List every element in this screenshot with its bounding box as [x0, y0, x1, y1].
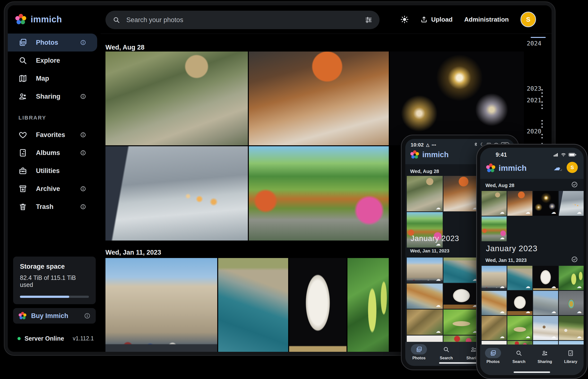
sidebar-item-sharing[interactable]: Sharing [8, 87, 97, 105]
thumb-berries[interactable]: ☁ [559, 266, 584, 290]
cloud-icon: ☁ [525, 309, 530, 314]
info-icon[interactable] [80, 150, 86, 156]
sidebar-item-utilities[interactable]: Utilities [8, 162, 97, 180]
app-logo[interactable]: immich [15, 5, 62, 33]
sidebar-label: Trash [36, 203, 53, 211]
timeline-year[interactable]: 2023 [527, 85, 541, 92]
thumb-monkeys[interactable]: ☁ [482, 191, 507, 216]
thumb-lizard-leaves[interactable]: ☁ [482, 316, 507, 340]
cloud-icon: ☁ [436, 205, 441, 210]
photo-berries[interactable] [348, 258, 389, 352]
thumb-lizard-moss[interactable]: ☁ [507, 316, 532, 340]
info-icon[interactable] [84, 313, 90, 319]
photo-hands[interactable] [105, 146, 248, 240]
month-header: January 2023 [486, 244, 538, 253]
search-placeholder: Search your photos [126, 16, 359, 24]
thumb-fortress[interactable]: ☁ [482, 266, 507, 290]
phone-date-jan: Wed, Jan 11, 2023 [485, 257, 527, 263]
status-time: 9:41 [496, 152, 507, 158]
select-all-check-icon[interactable] [571, 256, 578, 263]
thumb-fireworks[interactable]: ☁ [533, 191, 558, 216]
sidebar-label: Photos [36, 39, 58, 47]
sidebar-item-albums[interactable]: Albums [8, 144, 97, 162]
photo-monkeys[interactable] [105, 51, 248, 145]
thumb-coast[interactable]: ☁ [507, 266, 532, 290]
top-navbar: immich Search your photos Upload Adminis… [8, 5, 552, 34]
home-indicator[interactable] [439, 362, 481, 364]
user-avatar[interactable]: S [567, 162, 578, 173]
nav-item-search[interactable]: Search [507, 348, 531, 364]
thumb-hands[interactable]: ☁ [559, 191, 584, 216]
nav-item-photos[interactable]: Photos [481, 348, 505, 364]
cloud-backup-icon[interactable]: ☁✓ [554, 163, 562, 172]
administration-label: Administration [464, 16, 509, 23]
search-bar[interactable]: Search your photos [105, 11, 380, 29]
thumb-marble[interactable]: ☁ [444, 284, 479, 309]
theme-toggle-sun-icon[interactable] [400, 15, 409, 24]
info-icon[interactable] [80, 204, 86, 210]
info-icon[interactable] [80, 186, 86, 192]
cloud-icon: ☁ [500, 284, 505, 289]
buy-immich-button[interactable]: Buy Immich [13, 308, 96, 324]
nav-item-search[interactable]: Search [435, 344, 458, 360]
brand-name: immich [422, 150, 449, 159]
timeline-year[interactable]: 2024 [527, 40, 541, 47]
photo-fortress[interactable] [105, 258, 217, 352]
photo-bust[interactable] [289, 258, 347, 352]
thumb-coast[interactable]: ☁ [444, 257, 479, 283]
storage-space-card: Storage space 82.4 TiB of 115.1 TiB used [13, 256, 96, 304]
home-indicator[interactable] [514, 371, 550, 373]
thumb-dinner[interactable]: ☁ [507, 191, 532, 216]
thumb-bust[interactable]: ☁ [533, 266, 558, 290]
filter-sliders-icon[interactable] [365, 16, 372, 24]
immich-flower-icon [486, 163, 496, 173]
bluetooth-icon [474, 142, 478, 146]
user-avatar[interactable]: S [521, 12, 536, 27]
photo-fireworks[interactable] [390, 51, 524, 145]
info-icon[interactable] [80, 40, 86, 46]
sidebar-label: Favorites [36, 131, 65, 139]
sidebar-label: Archive [36, 185, 60, 193]
sidebar-item-trash[interactable]: Trash [8, 198, 97, 216]
server-status-label: Server Online [25, 335, 69, 342]
thumb-alpine-farm[interactable]: ☁ [559, 316, 584, 340]
select-all-check-icon[interactable] [571, 181, 578, 188]
nav-item-sharing[interactable]: Sharing [533, 348, 556, 364]
sidebar-item-explore[interactable]: Explore [8, 51, 97, 69]
thumb-ruins[interactable]: ☁ [533, 291, 558, 315]
info-icon[interactable] [80, 94, 86, 99]
thumb-monkeys[interactable]: ☁ [407, 176, 443, 211]
scrubber-position-indicator[interactable] [531, 37, 546, 38]
nav-item-library[interactable]: Library [559, 348, 582, 364]
thumb-fortress[interactable]: ☁ [407, 257, 443, 283]
thumb-park[interactable]: ☁ [482, 217, 507, 241]
thumb-centerpiece[interactable]: ☁ [559, 291, 584, 315]
thumb-cliff[interactable]: ☁ [482, 291, 507, 315]
sidebar-item-map[interactable]: Map [8, 69, 97, 87]
sidebar-item-archive[interactable]: Archive [8, 180, 97, 198]
upload-button[interactable]: Upload [420, 16, 452, 23]
cloud-icon: ☁ [500, 210, 505, 215]
thumb-winter-village[interactable]: ☁ [533, 316, 558, 340]
timeline-year[interactable]: 2020 [527, 128, 541, 135]
timeline-year[interactable]: 2021 [527, 97, 541, 104]
status-time: 10:02 [411, 142, 424, 148]
thumb-lizard-moss[interactable]: ☁ [444, 310, 479, 335]
administration-link[interactable]: Administration [464, 16, 509, 23]
photo-coast[interactable] [218, 258, 288, 352]
sidebar-item-photos[interactable]: Photos [8, 33, 97, 51]
info-icon[interactable] [80, 132, 86, 138]
archive-box-icon [18, 184, 27, 193]
sidebar-item-favorites[interactable]: Favorites [8, 126, 97, 144]
phone-date-aug: Wed, Aug 28 [410, 169, 439, 174]
thumb-cliff[interactable]: ☁ [407, 284, 443, 309]
nav-item-photos[interactable]: Photos [407, 344, 430, 360]
photo-park[interactable] [249, 146, 389, 240]
thumb-dinner[interactable]: ☁ [444, 176, 479, 211]
immich-flower-icon [18, 312, 27, 320]
thumb-marble[interactable]: ☁ [507, 291, 532, 315]
sidebar-label: Utilities [36, 167, 60, 175]
library-section-header: LIBRARY [8, 105, 101, 126]
thumb-lizard-leaves[interactable]: ☁ [407, 310, 443, 335]
photo-dinner[interactable] [249, 51, 389, 145]
